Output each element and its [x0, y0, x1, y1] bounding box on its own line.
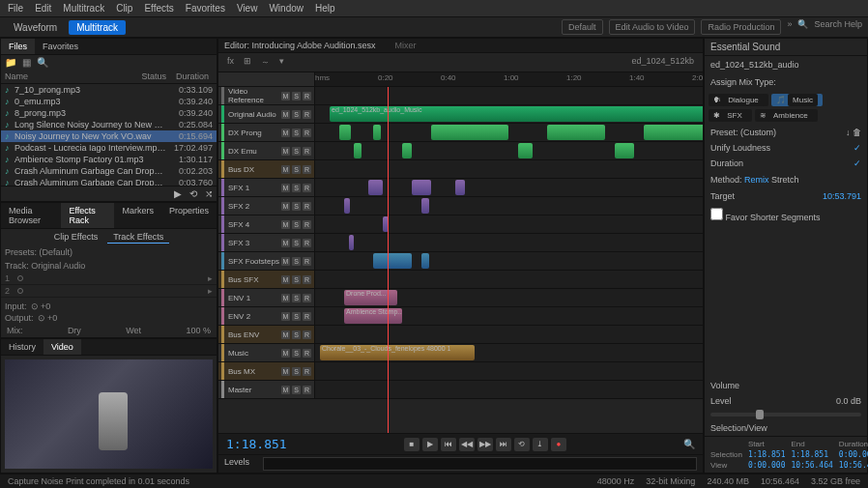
waveform-tab[interactable]: Waveform: [6, 20, 65, 35]
play-button[interactable]: ▶: [422, 438, 438, 451]
type-dialogue[interactable]: 🗣 Dialogue: [709, 94, 768, 106]
search-help[interactable]: Search Help: [814, 19, 862, 35]
next-button[interactable]: ⏭: [496, 438, 511, 451]
tool-snap[interactable]: ⊞: [241, 55, 254, 70]
menu-help[interactable]: Help: [315, 3, 335, 14]
col-status[interactable]: Status: [130, 72, 166, 81]
expand-icon[interactable]: »: [787, 19, 792, 35]
col-name[interactable]: Name: [5, 72, 130, 81]
timecode[interactable]: 1:18.851: [226, 437, 287, 451]
skip-button[interactable]: ⤓: [533, 438, 548, 451]
favorites-tab[interactable]: Favorites: [35, 39, 86, 54]
clip[interactable]: [402, 143, 412, 158]
file-row[interactable]: ♪Crash Aluminum Garbage Can Dropping On …: [1, 177, 217, 186]
menu-multitrack[interactable]: Multitrack: [63, 3, 104, 14]
menu-edit[interactable]: Edit: [35, 3, 51, 14]
clip[interactable]: [339, 125, 351, 140]
clip[interactable]: [455, 180, 465, 195]
clip[interactable]: [344, 198, 350, 214]
clip-effects-tab[interactable]: Clip Effects: [48, 231, 103, 244]
clip[interactable]: [615, 143, 634, 158]
record-button[interactable]: ●: [551, 438, 566, 451]
track-env-2[interactable]: ENV 2MSRAmbience Stomp...: [218, 307, 703, 326]
tab-markers[interactable]: Markers: [114, 203, 161, 228]
preset-label[interactable]: Preset: (Custom): [710, 128, 776, 137]
loop-icon[interactable]: ⟲: [189, 188, 197, 199]
clip[interactable]: [421, 198, 429, 214]
type-ambience[interactable]: ≋ Ambience: [755, 109, 818, 122]
autoplay-icon[interactable]: ⤭: [205, 188, 213, 199]
open-file-icon[interactable]: 📁: [5, 57, 16, 68]
workspace-edit[interactable]: Edit Audio to Video: [609, 19, 696, 35]
menu-view[interactable]: View: [237, 3, 258, 14]
output-knob[interactable]: ⊙ +0: [38, 313, 58, 323]
track-sfx-footsteps[interactable]: SFX FootstepsMSR: [218, 252, 703, 271]
history-tab[interactable]: History: [1, 339, 43, 355]
presets-label[interactable]: Presets: (Default): [5, 247, 72, 257]
timeline-ruler[interactable]: hms0:200:401:001:201:402:002:202:40: [315, 72, 703, 86]
type-music[interactable]: 🎵 Music: [771, 94, 823, 106]
stretch-option[interactable]: Stretch: [771, 175, 799, 185]
multitrack-tab[interactable]: Multitrack: [69, 20, 126, 35]
workspace-radio[interactable]: Radio Production: [701, 19, 781, 35]
track-sfx-3[interactable]: SFX 3MSR: [218, 234, 703, 252]
input-knob[interactable]: ⊙ +0: [31, 301, 51, 311]
type-sfx[interactable]: ✱ SFX: [709, 109, 752, 122]
search-icon[interactable]: 🔍: [797, 19, 808, 35]
track-dx-prong[interactable]: DX ProngMSR: [218, 124, 703, 142]
menu-favorites[interactable]: Favorites: [186, 3, 225, 14]
forward-button[interactable]: ▶▶: [477, 438, 493, 451]
file-row[interactable]: ♪Podcast - Lucrecia Iago Interview.mp3 *…: [1, 142, 217, 154]
clip[interactable]: [644, 125, 703, 140]
clip[interactable]: [354, 143, 362, 158]
play-icon[interactable]: ▶: [174, 188, 182, 199]
file-row[interactable]: ♪Ambience Stomp Factory 01.mp31:30.117: [1, 154, 217, 165]
tool-more[interactable]: ▾: [276, 55, 287, 70]
col-duration[interactable]: Duration: [166, 72, 213, 81]
track-env-1[interactable]: ENV 1MSRDrone Prod...: [218, 289, 703, 307]
video-tab[interactable]: Video: [43, 339, 81, 355]
prev-button[interactable]: ⏮: [441, 438, 456, 451]
menu-clip[interactable]: Clip: [116, 3, 132, 14]
clip[interactable]: [373, 125, 381, 140]
effect-slot-1[interactable]: 1▸: [1, 273, 217, 285]
track-sfx-1[interactable]: SFX 1MSR: [218, 179, 703, 197]
track-bus-sfx[interactable]: Bus SFXMSR: [218, 271, 703, 289]
track-effects-tab[interactable]: Track Effects: [107, 231, 169, 244]
clip[interactable]: [349, 235, 354, 250]
remix-option[interactable]: Remix: [744, 175, 769, 185]
track-sfx-4[interactable]: SFX 4MSR: [218, 215, 703, 234]
tab-media-browser[interactable]: Media Browser: [1, 203, 61, 228]
tool-envelope[interactable]: ～: [258, 55, 273, 70]
preset-icons[interactable]: ↓ 🗑: [846, 128, 861, 137]
clip[interactable]: Ambience Stomp...: [344, 308, 402, 324]
menu-file[interactable]: File: [8, 3, 23, 14]
file-row[interactable]: ♪Long Silence Noisy Journey to New York …: [1, 119, 217, 130]
clip[interactable]: [368, 180, 383, 195]
view-start[interactable]: 0:00.000: [748, 461, 786, 470]
tab-properties[interactable]: Properties: [161, 203, 217, 228]
volume-label[interactable]: Volume: [710, 381, 739, 390]
editor-title[interactable]: Editor: Introducing Adobe Audition.sesx: [224, 41, 376, 50]
target-value[interactable]: 10:53.791: [823, 191, 861, 201]
zoom-controls[interactable]: 🔍: [683, 439, 695, 449]
files-tab[interactable]: Files: [1, 39, 35, 54]
search-files-icon[interactable]: 🔍: [37, 57, 48, 68]
effect-slot-2[interactable]: 2▸: [1, 285, 217, 298]
duration-check-icon[interactable]: ✓: [854, 158, 861, 168]
workspace-default[interactable]: Default: [562, 19, 603, 35]
clip[interactable]: [373, 253, 412, 269]
unify-loudness[interactable]: Unify Loudness: [710, 143, 770, 153]
sel-dur[interactable]: 0:00.000: [839, 450, 868, 459]
clip[interactable]: [383, 216, 389, 232]
stop-button[interactable]: ■: [404, 438, 420, 451]
clip[interactable]: [431, 125, 508, 140]
file-row[interactable]: ♪7_10_prong.mp30:33.109: [1, 84, 217, 96]
file-row[interactable]: ♪0_emu.mp30:39.240: [1, 96, 217, 107]
duration-label[interactable]: Duration: [710, 158, 743, 168]
mixer-tab[interactable]: Mixer: [395, 41, 417, 50]
clip[interactable]: Chorale__03_-_Clouds_fenelopes 48000 1: [320, 345, 475, 360]
track-master[interactable]: MasterMSR: [218, 381, 703, 399]
track-sfx-2[interactable]: SFX 2MSR: [218, 197, 703, 215]
track-video-reference[interactable]: Video ReferenceMSR: [218, 87, 703, 105]
